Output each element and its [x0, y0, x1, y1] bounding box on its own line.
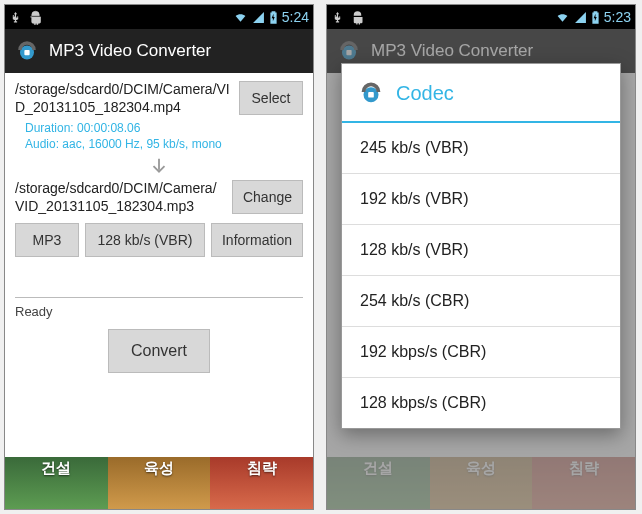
ad-banner[interactable]: 건설 육성 침략 — [5, 457, 313, 509]
status-bar: 5:24 — [5, 5, 313, 29]
meta-audio: Audio: aac, 16000 Hz, 95 kb/s, mono — [25, 136, 297, 152]
codec-option-list: 245 kb/s (VBR) 192 kb/s (VBR) 128 kb/s (… — [342, 123, 620, 428]
dest-file-path: /storage/sdcard0/DCIM/Camera/VID_2013110… — [15, 180, 224, 215]
divider — [15, 297, 303, 298]
source-file-path: /storage/sdcard0/DCIM/Camera/VID_2013110… — [15, 81, 231, 116]
arrow-down-icon — [15, 154, 303, 180]
ad-cell-1[interactable]: 건설 — [5, 457, 108, 509]
bitrate-button[interactable]: 128 kb/s (VBR) — [85, 223, 205, 257]
codec-option[interactable]: 128 kbps/s (CBR) — [342, 378, 620, 428]
codec-option[interactable]: 254 kb/s (CBR) — [342, 276, 620, 327]
wifi-icon — [555, 11, 570, 24]
convert-button[interactable]: Convert — [108, 329, 210, 373]
phone-right: 5:23 MP3 Video Converter 건설 육성 침략 Codec … — [326, 4, 636, 510]
android-icon — [28, 10, 43, 25]
android-icon — [350, 10, 365, 25]
app-title: MP3 Video Converter — [49, 41, 211, 61]
signal-icon — [574, 11, 587, 24]
clock-text: 5:23 — [604, 9, 631, 25]
change-button[interactable]: Change — [232, 180, 303, 214]
meta-duration: Duration: 00:00:08.06 — [25, 120, 297, 136]
app-icon — [356, 76, 386, 111]
phone-left: 5:24 MP3 Video Converter /storage/sdcard… — [4, 4, 314, 510]
format-button[interactable]: MP3 — [15, 223, 79, 257]
status-bar: 5:23 — [327, 5, 635, 29]
dialog-title: Codec — [396, 82, 454, 105]
svg-rect-5 — [368, 92, 374, 98]
codec-option[interactable]: 245 kb/s (VBR) — [342, 123, 620, 174]
codec-option[interactable]: 128 kb/s (VBR) — [342, 225, 620, 276]
usb-icon — [9, 10, 22, 25]
clock-text: 5:24 — [282, 9, 309, 25]
usb-icon — [331, 10, 344, 25]
information-button[interactable]: Information — [211, 223, 303, 257]
svg-rect-1 — [24, 49, 29, 54]
ad-cell-2[interactable]: 육성 — [108, 457, 211, 509]
source-meta: Duration: 00:00:08.06 Audio: aac, 16000 … — [15, 116, 303, 154]
ad-cell-3[interactable]: 침략 — [210, 457, 313, 509]
status-text: Ready — [15, 304, 303, 319]
dialog-header: Codec — [342, 64, 620, 123]
app-icon — [13, 35, 41, 68]
codec-dialog: Codec 245 kb/s (VBR) 192 kb/s (VBR) 128 … — [341, 63, 621, 429]
codec-option[interactable]: 192 kb/s (VBR) — [342, 174, 620, 225]
battery-icon — [269, 10, 278, 25]
battery-icon — [591, 10, 600, 25]
codec-option[interactable]: 192 kbps/s (CBR) — [342, 327, 620, 378]
main-content: /storage/sdcard0/DCIM/Camera/VID_2013110… — [5, 73, 313, 457]
signal-icon — [252, 11, 265, 24]
app-bar: MP3 Video Converter — [5, 29, 313, 73]
select-button[interactable]: Select — [239, 81, 303, 115]
wifi-icon — [233, 11, 248, 24]
